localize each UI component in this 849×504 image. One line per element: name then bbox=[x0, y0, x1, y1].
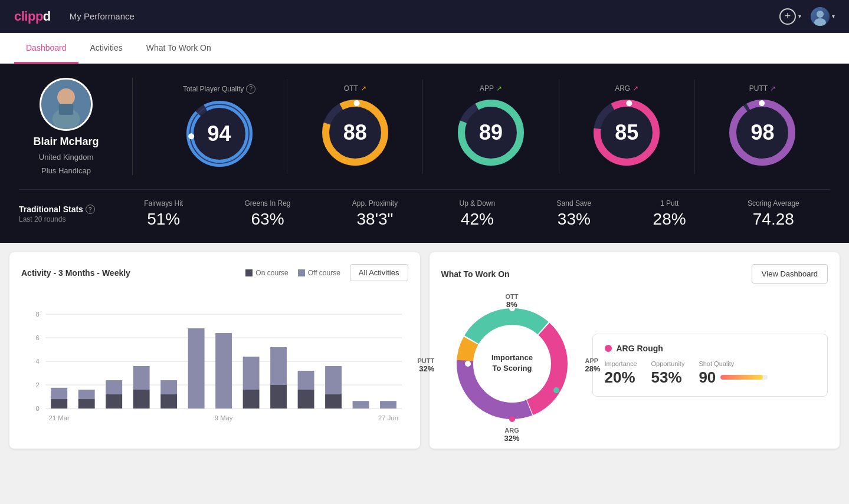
work-on-title: What To Work On bbox=[441, 269, 510, 279]
svg-rect-5 bbox=[59, 104, 73, 115]
nav-tabs: Dashboard Activities What To Work On bbox=[0, 33, 849, 64]
bar-on-course bbox=[325, 394, 342, 409]
stat-name: 1 Putt bbox=[660, 199, 678, 207]
svg-rect-22 bbox=[245, 269, 253, 276]
chevron-down-icon: ▾ bbox=[798, 13, 801, 19]
work-on-donut-svg: Importance To Scoring bbox=[441, 293, 583, 434]
score-card-ott: OTT ↗ 88 bbox=[287, 80, 423, 174]
bar-on-course bbox=[106, 394, 122, 409]
legend-on-course: On course bbox=[245, 269, 288, 277]
app-segment-label: APP 28% bbox=[585, 357, 600, 373]
header-actions: + ▾ ▾ bbox=[779, 7, 835, 26]
score-card-arg: ARG ↗ 85 bbox=[559, 80, 695, 174]
view-dashboard-button[interactable]: View Dashboard bbox=[752, 264, 828, 284]
player-country: United Kingdom bbox=[39, 153, 94, 162]
stat-value: 74.28 bbox=[753, 210, 794, 229]
player-info: Blair McHarg United Kingdom Plus Handica… bbox=[19, 78, 113, 175]
header-title: My Performance bbox=[70, 11, 779, 21]
tpq-donut: 94 bbox=[184, 98, 255, 169]
svg-text:To Scoring: To Scoring bbox=[492, 364, 532, 373]
logo: clippd bbox=[14, 9, 51, 24]
arg-value: 85 bbox=[615, 120, 638, 145]
ott-segment-label: OTT 8% bbox=[506, 293, 519, 309]
stats-label-group: Traditional Stats ? Last 20 rounds bbox=[19, 205, 113, 223]
stat-value: 51% bbox=[147, 210, 180, 229]
stat-name: Sand Save bbox=[557, 199, 592, 207]
bar-off-course bbox=[78, 390, 95, 399]
bar-chart-area: 0 2 4 6 8 21 Mar9 May27 Jun bbox=[21, 291, 408, 432]
svg-point-42 bbox=[553, 387, 559, 393]
bar-off-course bbox=[298, 371, 314, 390]
app-header: clippd My Performance + ▾ ▾ bbox=[0, 0, 849, 33]
arrow-up-icon: ↗ bbox=[770, 84, 776, 93]
bar-off-course bbox=[160, 380, 177, 394]
stat-item: Greens In Reg 63% bbox=[244, 199, 290, 229]
avatar bbox=[811, 7, 830, 26]
add-icon: + bbox=[779, 8, 796, 25]
putt-label: PUTT ↗ bbox=[749, 84, 776, 93]
arg-donut: 85 bbox=[591, 97, 662, 168]
arrow-up-icon: ↗ bbox=[496, 84, 502, 93]
bar-on-course bbox=[78, 399, 95, 409]
stats-subtitle: Last 20 rounds bbox=[19, 215, 113, 223]
add-button[interactable]: + ▾ bbox=[779, 8, 801, 25]
help-icon[interactable]: ? bbox=[86, 205, 95, 214]
shot-quality-metric: Shot Quality 90 bbox=[699, 360, 768, 387]
stats-items: Fairways Hit 51%Greens In Reg 63%App. Pr… bbox=[113, 199, 830, 229]
stat-item: 1 Putt 28% bbox=[653, 199, 686, 229]
tpq-value: 94 bbox=[208, 121, 231, 146]
arg-label: ARG ↗ bbox=[615, 84, 638, 93]
opportunity-metric: Opportunity 53% bbox=[651, 360, 685, 387]
tab-dashboard[interactable]: Dashboard bbox=[14, 34, 78, 64]
bar-off-course bbox=[380, 401, 396, 409]
svg-text:2: 2 bbox=[35, 381, 39, 388]
tab-what-to-work-on[interactable]: What To Work On bbox=[135, 34, 223, 64]
bar-on-course bbox=[270, 385, 287, 409]
work-on-header: What To Work On View Dashboard bbox=[441, 264, 828, 284]
app-value: 89 bbox=[479, 120, 503, 145]
arrow-up-icon: ↗ bbox=[360, 84, 366, 93]
putt-donut: 98 bbox=[727, 97, 798, 168]
avatar-button[interactable]: ▾ bbox=[811, 7, 835, 26]
chart-title: Activity - 3 Months - Weekly bbox=[21, 268, 130, 278]
traditional-stats: Traditional Stats ? Last 20 rounds Fairw… bbox=[19, 189, 830, 229]
bar-off-course bbox=[325, 366, 342, 394]
tab-activities[interactable]: Activities bbox=[78, 34, 135, 64]
work-on-content: Importance To Scoring OTT 8% APP 28% ARG… bbox=[441, 293, 828, 437]
stat-value: 42% bbox=[461, 210, 494, 229]
bar-off-course bbox=[215, 333, 232, 409]
stat-value: 28% bbox=[653, 210, 686, 229]
stats-title: Traditional Stats ? bbox=[19, 205, 113, 214]
bar-off-course bbox=[133, 366, 150, 390]
putt-segment-label: PUTT 32% bbox=[418, 357, 435, 373]
svg-point-1 bbox=[814, 18, 826, 26]
bar-on-course bbox=[298, 390, 314, 409]
svg-rect-23 bbox=[298, 269, 305, 276]
app-donut: 89 bbox=[455, 97, 526, 168]
svg-text:0: 0 bbox=[35, 405, 39, 412]
bar-off-course bbox=[188, 328, 205, 409]
hero-top: Blair McHarg United Kingdom Plus Handica… bbox=[19, 78, 830, 175]
svg-text:27 Jun: 27 Jun bbox=[378, 414, 398, 421]
help-icon[interactable]: ? bbox=[246, 84, 255, 94]
player-handicap: Plus Handicap bbox=[41, 166, 91, 175]
activity-chart-card: Activity - 3 Months - Weekly On course O… bbox=[9, 252, 420, 449]
stat-name: Greens In Reg bbox=[244, 199, 290, 207]
score-card-tpq: Total Player Quality ? 94 bbox=[152, 80, 287, 174]
chevron-down-icon: ▾ bbox=[832, 13, 835, 19]
svg-text:6: 6 bbox=[35, 334, 39, 341]
bar-off-course bbox=[353, 401, 369, 409]
svg-point-3 bbox=[57, 88, 75, 106]
stat-name: Fairways Hit bbox=[144, 199, 183, 207]
bar-off-course bbox=[243, 357, 260, 390]
arg-segment-label: ARG 32% bbox=[504, 427, 519, 443]
work-on-donut-wrapper: Importance To Scoring OTT 8% APP 28% ARG… bbox=[441, 293, 583, 437]
all-activities-button[interactable]: All Activities bbox=[350, 264, 408, 281]
svg-text:8: 8 bbox=[35, 311, 39, 318]
app-label: APP ↗ bbox=[480, 84, 502, 93]
shot-quality-track bbox=[720, 375, 768, 380]
shot-quality-fill bbox=[720, 375, 763, 380]
chart-legend: On course Off course bbox=[245, 269, 340, 277]
stat-item: App. Proximity 38'3" bbox=[352, 199, 398, 229]
svg-point-0 bbox=[817, 11, 824, 18]
